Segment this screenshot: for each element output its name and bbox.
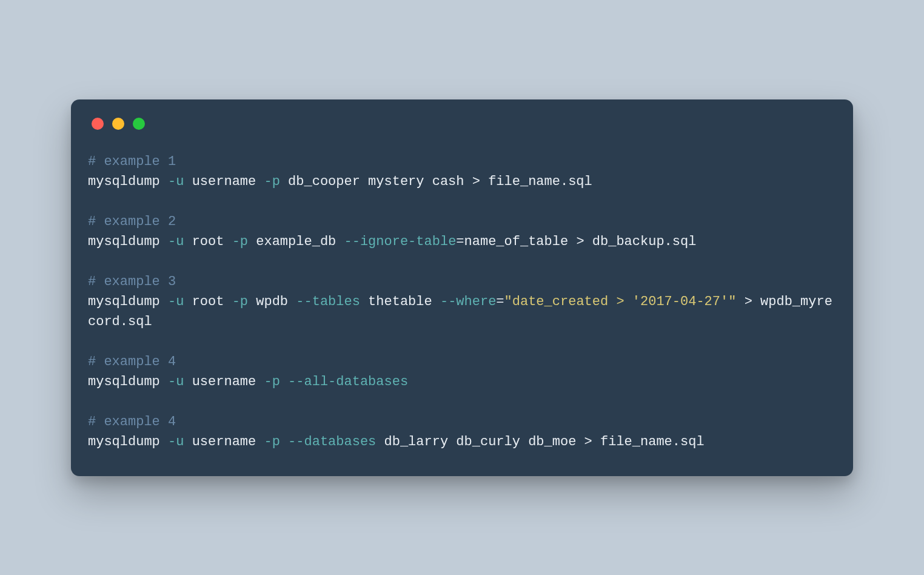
code-text: root (184, 234, 232, 249)
comment-line: # example 4 (88, 414, 176, 429)
comment-line: # example 1 (88, 154, 176, 169)
code-text: mysqldump (88, 294, 168, 309)
flag: -u (168, 234, 184, 249)
code-text: thetable (360, 294, 440, 309)
window-titlebar (88, 114, 836, 130)
flag: --tables (296, 294, 360, 309)
code-text: mysqldump (88, 374, 168, 389)
close-icon[interactable] (92, 118, 104, 130)
comment-line: # example 2 (88, 214, 176, 229)
minimize-icon[interactable] (112, 118, 124, 130)
maximize-icon[interactable] (133, 118, 145, 130)
code-text: db_larry db_curly db_moe > file_name.sql (376, 434, 704, 449)
code-text: =name_of_table > db_backup.sql (456, 234, 696, 249)
code-text: = (496, 294, 504, 309)
flag: -p (264, 374, 280, 389)
code-text: root (184, 294, 232, 309)
flag: -p (264, 434, 280, 449)
code-text (280, 434, 288, 449)
terminal-window: # example 1 mysqldump -u username -p db_… (71, 99, 853, 476)
code-text: example_db (248, 234, 344, 249)
code-text: db_cooper mystery cash > file_name.sql (280, 174, 592, 189)
comment-line: # example 3 (88, 274, 176, 289)
flag: --ignore-table (344, 234, 457, 249)
flag: --databases (288, 434, 376, 449)
flag: -u (168, 174, 184, 189)
code-text: wpdb (248, 294, 296, 309)
code-text (280, 374, 288, 389)
comment-line: # example 4 (88, 354, 176, 369)
code-text: username (184, 174, 264, 189)
flag: --all-databases (288, 374, 408, 389)
flag: -p (232, 294, 248, 309)
flag: -u (168, 434, 184, 449)
flag: -u (168, 294, 184, 309)
flag: -p (232, 234, 248, 249)
string-literal: "date_created > '2017-04-27'" (504, 294, 737, 309)
flag: -p (264, 174, 280, 189)
code-block: # example 1 mysqldump -u username -p db_… (88, 152, 836, 452)
code-text: username (184, 434, 264, 449)
code-text: mysqldump (88, 174, 168, 189)
flag: --where (440, 294, 496, 309)
code-text: mysqldump (88, 434, 168, 449)
code-text: username (184, 374, 264, 389)
flag: -u (168, 374, 184, 389)
code-text: mysqldump (88, 234, 168, 249)
